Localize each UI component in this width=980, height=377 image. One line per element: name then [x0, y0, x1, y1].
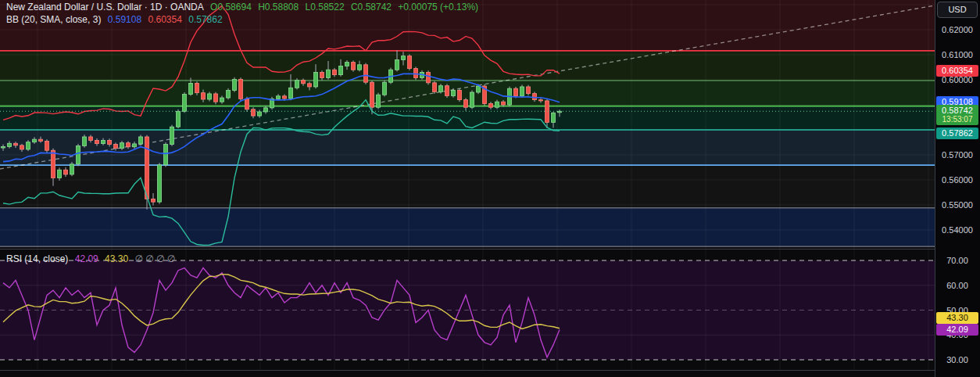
- candle-up: [470, 92, 474, 107]
- candle-down: [514, 88, 518, 96]
- candle-up: [439, 86, 443, 92]
- time-axis[interactable]: [0, 371, 935, 377]
- candle-up: [339, 66, 343, 74]
- candle-up: [133, 144, 137, 147]
- candle-up: [189, 83, 193, 94]
- candle-down: [89, 137, 93, 140]
- price-axis-label: 0.55000: [935, 200, 979, 210]
- candle-down: [52, 150, 55, 178]
- candle-up: [277, 96, 281, 99]
- candle-up: [477, 86, 481, 92]
- zone-navy-zone: [0, 208, 935, 246]
- candle-up: [83, 137, 87, 146]
- candle-down: [414, 69, 418, 78]
- zone-supply-green-1: [0, 51, 935, 81]
- price-pane[interactable]: [0, 0, 935, 249]
- candle-down: [427, 72, 431, 82]
- price-axis[interactable]: 0.620000.610000.600000.570000.560000.550…: [935, 0, 980, 377]
- candle-down: [14, 143, 18, 145]
- candle-up: [289, 88, 293, 99]
- bb-upper-value: 0.60354: [148, 14, 181, 25]
- bb-label: BB (20, SMA, close, 3): [6, 14, 101, 25]
- candle-down: [45, 141, 49, 150]
- candle-down: [370, 82, 374, 107]
- pane-separator[interactable]: [0, 249, 980, 250]
- candle-up: [139, 137, 143, 144]
- rsi-label: RSI (14, close): [6, 253, 68, 264]
- candle-up: [77, 145, 80, 163]
- currency-toggle-button[interactable]: USD: [937, 2, 978, 18]
- candle-down: [20, 145, 24, 149]
- candle-down: [320, 72, 324, 77]
- candle-down: [245, 99, 249, 109]
- price-axis-label: 0.61000: [935, 50, 979, 59]
- candle-down: [64, 170, 68, 174]
- ohlc-high: H0.58808: [258, 2, 299, 13]
- ohlc-open: O0.58694: [210, 2, 252, 13]
- candle-down: [239, 79, 243, 99]
- candle-down: [114, 145, 118, 149]
- bb-basis-value: 0.59108: [108, 14, 141, 25]
- rsi-empty-values: ∅ ∅ ∅ ∅: [134, 253, 175, 264]
- zone-black-zone: [0, 165, 935, 208]
- candle-up: [227, 90, 231, 98]
- candle-up: [345, 63, 349, 66]
- trading-chart-app: { "header": { "title": "New Zealand Doll…: [0, 0, 980, 377]
- candle-down: [95, 140, 99, 143]
- candle-down: [539, 100, 543, 101]
- rsi-badge: 42.09: [936, 324, 978, 336]
- candle-up: [258, 112, 262, 116]
- rsi-pane[interactable]: [0, 250, 935, 370]
- candle-down: [333, 70, 337, 74]
- candle-up: [402, 56, 406, 60]
- candle-down: [364, 65, 368, 82]
- candle-up: [164, 145, 168, 165]
- candle-up: [383, 82, 387, 95]
- ohlc-low: L0.58522: [306, 2, 345, 13]
- candle-up: [327, 70, 331, 77]
- candle-up: [395, 59, 399, 70]
- candle-up: [220, 98, 224, 102]
- candle-down: [302, 81, 306, 84]
- candle-up: [183, 95, 187, 112]
- candle-down: [527, 87, 531, 94]
- candle-up: [295, 81, 299, 88]
- bb-indicator-legend[interactable]: BB (20, SMA, close, 3) 0.59108 0.60354 0…: [6, 14, 227, 25]
- candle-up: [102, 140, 106, 143]
- rsi-axis-label: 60.00: [935, 281, 979, 290]
- candle-down: [502, 102, 506, 105]
- candle-down: [352, 63, 356, 70]
- candle-down: [464, 100, 468, 108]
- candle-up: [495, 102, 499, 107]
- candle-down: [489, 103, 493, 107]
- ohlc-change: +0.00075 (+0.13%): [398, 2, 478, 13]
- candle-down: [533, 94, 537, 100]
- price-axis-label: 0.57000: [935, 150, 979, 160]
- candle-down: [445, 86, 449, 96]
- candle-up: [452, 90, 456, 95]
- candle-up: [314, 72, 318, 87]
- candle-up: [158, 165, 162, 202]
- rsi-indicator-legend[interactable]: RSI (14, close) 42.09 43.30 ∅ ∅ ∅ ∅: [6, 253, 179, 264]
- price-axis-label: 0.62000: [935, 25, 979, 34]
- rsi-axis-label: 70.00: [935, 256, 979, 265]
- candle-down: [433, 83, 437, 92]
- ohlc-close: C0.58742: [351, 2, 392, 13]
- candle-down: [214, 94, 218, 102]
- price-axis-label: 0.56000: [935, 175, 979, 185]
- candle-up: [552, 113, 556, 122]
- last-price: 0.58742: [942, 106, 973, 115]
- candle-down: [145, 137, 149, 199]
- rsi-badge: 43.30: [936, 312, 978, 324]
- candle-up: [2, 146, 5, 148]
- candle-down: [408, 56, 412, 69]
- candle-down: [458, 90, 462, 99]
- candle-up: [233, 79, 237, 90]
- symbol-legend[interactable]: New Zealand Dollar / U.S. Dollar · 1D · …: [6, 2, 482, 13]
- candle-up: [58, 170, 62, 178]
- candle-up: [27, 142, 30, 149]
- price-badge: 0.57862: [936, 127, 978, 139]
- candle-down: [283, 96, 287, 99]
- candle-down: [195, 83, 199, 92]
- candle-down: [39, 139, 43, 141]
